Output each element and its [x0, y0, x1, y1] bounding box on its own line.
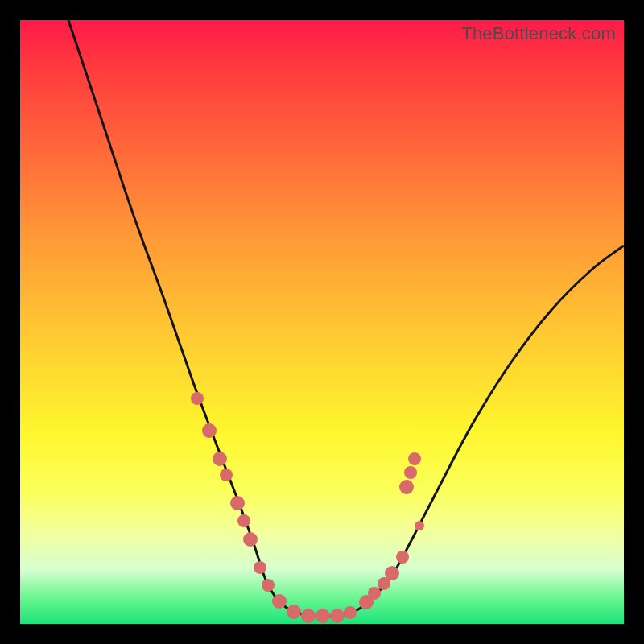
data-dot [301, 609, 316, 623]
watermark-text: TheBottleneck.com [461, 23, 616, 44]
data-dot [230, 496, 245, 510]
data-dot [272, 594, 287, 609]
data-dot [191, 392, 204, 405]
data-dots [191, 392, 424, 623]
data-dot [404, 466, 417, 479]
data-dot [344, 606, 357, 619]
data-dot [220, 469, 233, 481]
data-dot [385, 566, 399, 580]
data-dot [287, 605, 301, 619]
chart-frame: TheBottleneck.com [20, 20, 624, 624]
bottleneck-curve [68, 20, 624, 617]
data-dot [396, 551, 409, 564]
chart-svg [20, 20, 624, 624]
data-dot [368, 587, 381, 600]
data-dot [330, 609, 345, 623]
data-dot [316, 609, 330, 623]
data-dot [237, 514, 250, 527]
data-dot [254, 561, 266, 574]
data-dot [213, 452, 227, 466]
data-dot [202, 423, 217, 438]
data-dot [415, 521, 424, 530]
data-dot [399, 480, 414, 494]
data-dot [243, 532, 258, 547]
data-dot [262, 579, 275, 592]
data-dot [408, 452, 421, 465]
